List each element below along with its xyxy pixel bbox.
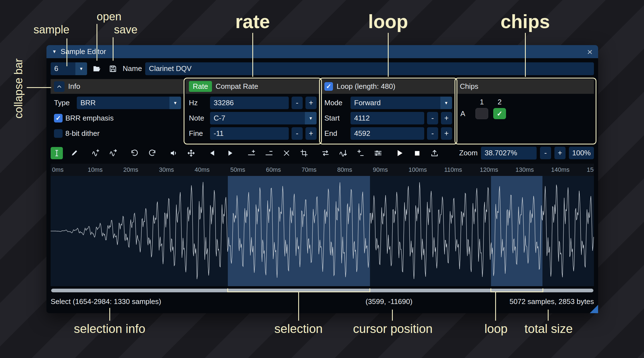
line-plus-icon — [247, 149, 256, 157]
chevron-down-icon[interactable]: ▼ — [169, 97, 181, 109]
type-combo[interactable]: BRR ▼ — [77, 97, 181, 109]
ruler-label: 120ms — [480, 166, 498, 173]
annotation-sample-label: sample — [34, 23, 70, 36]
select-tool-button[interactable] — [51, 147, 63, 159]
zoom-input[interactable]: 38.7027% — [481, 147, 537, 160]
undo-icon — [130, 149, 139, 157]
annotation-sample-line — [66, 38, 67, 66]
delete-button[interactable] — [280, 147, 293, 159]
collapse-bar-button[interactable] — [54, 81, 65, 92]
redo-icon — [148, 149, 156, 157]
window-title: Sample Editor — [61, 47, 106, 56]
annotation-cursor-position-line — [392, 310, 393, 321]
brr-emphasis-checkbox[interactable]: ✓ — [54, 114, 63, 122]
annotation-loop-line — [388, 33, 389, 77]
annotation-loop-bottom-label: loop — [484, 322, 507, 336]
ibeam-icon — [53, 149, 61, 157]
ruler-label: 50ms — [230, 166, 245, 173]
fade-in-button[interactable] — [206, 147, 219, 159]
reverse-button[interactable] — [319, 147, 332, 159]
toolbar: Zoom 38.7027% - + 100% — [51, 146, 594, 160]
annotation-rate-line — [252, 33, 253, 77]
resize-button[interactable] — [90, 147, 102, 159]
type-row: Type BRR ▼ — [54, 97, 181, 109]
apply-silence-button[interactable] — [263, 147, 275, 159]
zoom-in-button[interactable]: + — [554, 147, 566, 159]
resample-button[interactable] — [107, 147, 119, 159]
info-header-label: Info — [68, 82, 80, 91]
stop-preview-button[interactable] — [411, 147, 423, 159]
redo-button[interactable] — [146, 147, 158, 159]
ruler-label: 0ms — [52, 166, 64, 173]
open-button[interactable] — [90, 62, 103, 75]
name-input[interactable]: Clarinet DQV — [145, 62, 594, 75]
preview-button[interactable] — [393, 147, 406, 159]
save-icon — [109, 65, 117, 73]
cursor-position-text: (3599, -11690) — [366, 297, 413, 306]
pencil-icon — [70, 149, 78, 157]
annotation-loop-bottom-line — [495, 292, 496, 321]
ruler-label: 20ms — [123, 166, 138, 173]
dither-checkbox[interactable] — [54, 129, 63, 138]
annotation-chips-label: chips — [500, 11, 550, 32]
triangle-left-icon — [209, 149, 216, 157]
folder-open-icon — [92, 64, 101, 73]
desktop-background: { "icons": { "dropdown_arrow": "▼", "col… — [0, 0, 644, 358]
trim-button[interactable] — [298, 147, 310, 159]
type-combo-value: BRR — [77, 99, 169, 107]
signedness-button[interactable] — [354, 147, 367, 159]
annotation-total-size-line — [548, 310, 549, 321]
save-button[interactable] — [107, 62, 119, 75]
create-wavetable-button[interactable] — [428, 147, 441, 159]
annotation-selection-label: selection — [274, 322, 323, 336]
brr-emphasis-label: BRR emphasis — [65, 114, 113, 122]
speaker-icon — [169, 149, 178, 157]
chevron-up-icon — [56, 83, 63, 90]
zoom-out-button[interactable]: - — [540, 147, 551, 159]
info-section: Info Type BRR ▼ ✓ BRR emphasis 8-bit dit… — [51, 79, 184, 143]
zoom-controls: Zoom 38.7027% - + 100% — [459, 147, 594, 160]
filter-button[interactable] — [372, 147, 384, 159]
info-header: Info — [51, 79, 184, 94]
ruler-label: 90ms — [373, 166, 388, 173]
annotation-loop-bracket — [490, 288, 543, 292]
annotation-chips-line — [525, 33, 526, 77]
line-minus-icon — [265, 149, 273, 157]
timeline-ruler: 0ms10ms20ms30ms40ms50ms60ms70ms80ms90ms1… — [51, 164, 594, 176]
window-collapse-icon[interactable]: ▼ — [52, 49, 57, 55]
resize-grip[interactable] — [590, 305, 598, 313]
play-icon — [395, 149, 404, 158]
amplify-button[interactable] — [167, 147, 180, 159]
ruler-label: 150ms — [587, 166, 594, 173]
dither-label: 8-bit dither — [65, 129, 100, 138]
annotation-loop-label: loop — [368, 11, 408, 32]
zoom-reset-button[interactable]: 100% — [569, 147, 594, 159]
titlebar[interactable]: ▼ Sample Editor × — [46, 45, 598, 58]
annotation-selection-line — [298, 292, 299, 321]
annotation-selection-info-label: selection info — [74, 322, 145, 336]
upload-icon — [430, 149, 439, 157]
ruler-label: 10ms — [88, 166, 103, 173]
total-size-text: 5072 samples, 2853 bytes — [509, 297, 594, 306]
brr-emphasis-row: ✓ BRR emphasis — [54, 112, 181, 124]
sliders-icon — [374, 149, 382, 157]
insert-silence-button[interactable] — [245, 147, 258, 159]
ruler-label: 40ms — [195, 166, 210, 173]
undo-button[interactable] — [129, 147, 141, 159]
ruler-label: 60ms — [266, 166, 281, 173]
x-icon — [283, 149, 290, 157]
normalize-button[interactable] — [185, 147, 197, 159]
invert-button[interactable] — [337, 147, 349, 159]
waveform-plot — [51, 176, 594, 286]
fade-out-button[interactable] — [224, 147, 236, 159]
sample-selector[interactable]: 6 ▼ — [51, 62, 87, 75]
draw-tool-button[interactable] — [68, 147, 80, 159]
annotation-open-label: open — [97, 10, 122, 23]
waveform-display[interactable] — [51, 176, 594, 286]
close-icon[interactable]: × — [587, 47, 593, 57]
sample-controls-row: 6 ▼ Name Clarinet DQV — [51, 62, 594, 75]
ruler-label: 80ms — [337, 166, 352, 173]
annotation-open-line — [97, 24, 97, 61]
chevron-down-icon[interactable]: ▼ — [75, 62, 87, 75]
annotation-total-size-label: total size — [524, 322, 573, 336]
